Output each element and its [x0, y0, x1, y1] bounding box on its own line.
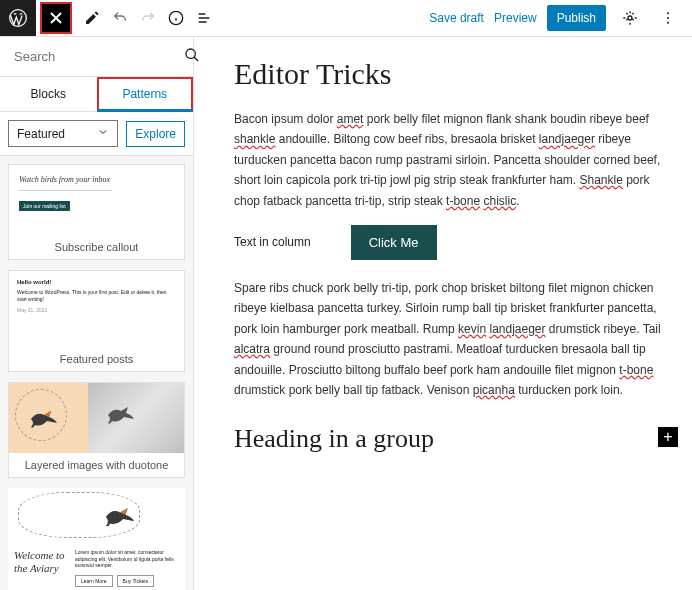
- paragraph-block[interactable]: Spare ribs chuck pork belly tri-tip, por…: [234, 278, 662, 400]
- explore-button[interactable]: Explore: [126, 121, 185, 147]
- pattern-featured-posts[interactable]: Hello world! Welcome to WordPress. This …: [8, 270, 185, 372]
- svg-point-3: [667, 12, 669, 14]
- search-input[interactable]: [12, 48, 184, 65]
- preview-button[interactable]: Preview: [494, 11, 537, 25]
- pattern-welcome-aviary[interactable]: Welcome to the Aviary Lorem ipsum dolor …: [8, 488, 185, 590]
- wordpress-logo[interactable]: [0, 0, 36, 36]
- svg-point-2: [628, 16, 632, 20]
- heading-block[interactable]: Heading in a group: [234, 424, 662, 454]
- editor-canvas[interactable]: Editor Tricks Bacon ipsum dolor amet por…: [194, 37, 692, 590]
- close-inserter-button[interactable]: [40, 2, 72, 34]
- paragraph-block[interactable]: Bacon ipsum dolor amet pork belly filet …: [234, 109, 662, 211]
- more-icon[interactable]: [656, 6, 680, 30]
- undo-icon[interactable]: [108, 6, 132, 30]
- svg-point-5: [667, 22, 669, 24]
- pattern-layered-images[interactable]: Layered images with duotone: [8, 382, 185, 478]
- columns-block[interactable]: Text in column Click Me: [234, 225, 662, 260]
- bird-icon: [106, 405, 132, 423]
- info-icon[interactable]: [164, 6, 188, 30]
- post-title[interactable]: Editor Tricks: [234, 57, 662, 91]
- tab-blocks[interactable]: Blocks: [0, 77, 97, 111]
- column-text[interactable]: Text in column: [234, 235, 311, 249]
- redo-icon[interactable]: [136, 6, 160, 30]
- edit-icon[interactable]: [80, 6, 104, 30]
- tab-patterns[interactable]: Patterns: [97, 77, 194, 111]
- svg-point-4: [667, 17, 669, 19]
- category-select-value: Featured: [17, 127, 65, 141]
- add-block-button[interactable]: +: [658, 427, 678, 447]
- pattern-subscribe-callout[interactable]: Watch birds from your inbox Join our mai…: [8, 164, 185, 260]
- publish-button[interactable]: Publish: [547, 5, 606, 31]
- outline-icon[interactable]: [192, 6, 216, 30]
- category-select[interactable]: Featured: [8, 120, 118, 147]
- inserter-sidebar: Blocks Patterns Featured Explore Watch b…: [0, 37, 194, 590]
- save-draft-button[interactable]: Save draft: [429, 11, 484, 25]
- chevron-down-icon: [97, 126, 109, 141]
- settings-icon[interactable]: [618, 6, 642, 30]
- search-box[interactable]: [0, 37, 193, 77]
- bird-icon: [103, 506, 129, 524]
- click-me-button[interactable]: Click Me: [351, 225, 437, 260]
